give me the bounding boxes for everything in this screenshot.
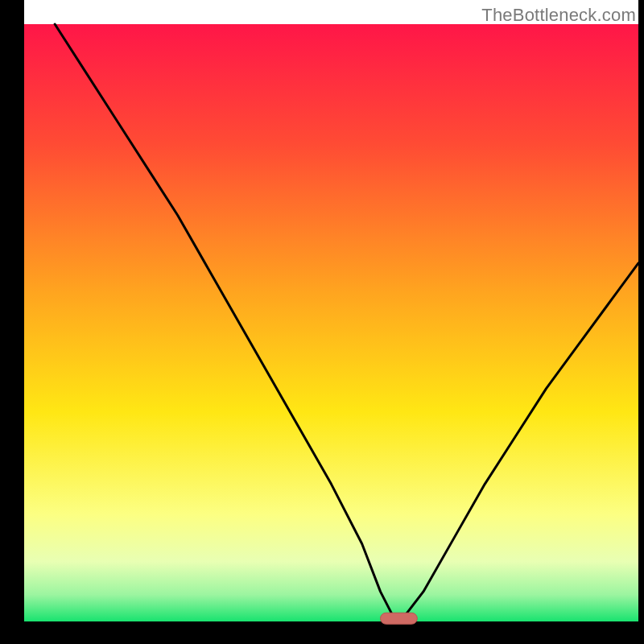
chart-svg [0,0,644,644]
gradient-background [24,24,638,621]
frame-bottom [0,621,644,644]
frame-left [0,0,24,644]
watermark-text: TheBottleneck.com [481,5,636,26]
chart-stage: TheBottleneck.com [0,0,644,644]
frame-right [638,0,644,644]
plot-group [0,0,644,644]
optimal-marker [381,613,418,624]
